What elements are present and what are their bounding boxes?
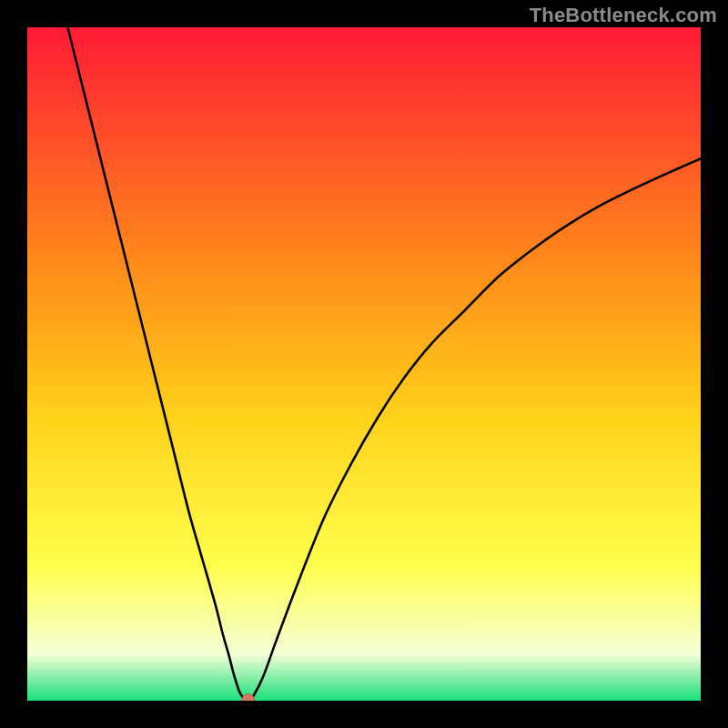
bottleneck-curve-chart	[27, 27, 701, 701]
watermark-text: TheBottleneck.com	[530, 4, 717, 27]
gradient-background	[27, 27, 701, 701]
chart-frame: TheBottleneck.com	[0, 0, 728, 728]
plot-area	[27, 27, 701, 701]
